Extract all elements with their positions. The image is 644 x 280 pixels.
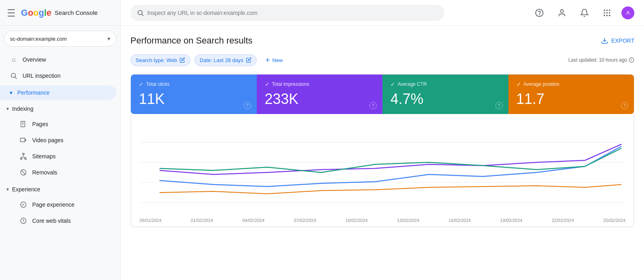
svg-point-30: [606, 15, 608, 16]
search-bar[interactable]: [130, 5, 444, 21]
sidebar-item-url-inspection[interactable]: URL inspection: [0, 68, 116, 84]
sidebar-title: Search Console: [55, 9, 98, 16]
clicks-label: Total clicks: [146, 81, 169, 87]
last-updated-text: Last updated: 10 hours ago: [568, 57, 627, 63]
account-button[interactable]: [554, 5, 570, 21]
clicks-label-row: ✓ Total clicks: [139, 81, 249, 87]
metric-card-clicks[interactable]: ✓ Total clicks 11K ?: [131, 75, 257, 114]
experience-section: ▾ Experience Page experience Core web vi…: [0, 182, 120, 229]
page-content: Performance on Search results EXPORT Sea…: [121, 26, 644, 280]
notifications-button[interactable]: [576, 5, 592, 21]
chart-container: 29/01/2024 01/02/2024 04/02/2024 07/02/2…: [131, 114, 634, 227]
home-icon: ⌂: [10, 56, 18, 64]
sidebar: Google Search Console sc-domain:example.…: [0, 0, 121, 280]
position-label-row: ✓ Average position: [516, 81, 626, 87]
add-filter-button[interactable]: New: [261, 54, 287, 66]
sidebar-item-overview[interactable]: ⌂ Overview: [0, 52, 116, 68]
x-label-9: 25/02/2024: [603, 218, 625, 223]
x-label-7: 19/02/2024: [500, 218, 522, 223]
ctr-help-icon[interactable]: ?: [495, 102, 503, 109]
indexing-header[interactable]: ▾ Indexing: [0, 102, 120, 116]
experience-label: Experience: [12, 186, 40, 193]
page-header: Performance on Search results EXPORT: [130, 35, 634, 46]
search-type-filter[interactable]: Search type: Web: [130, 54, 190, 66]
add-icon: [264, 57, 271, 63]
sidebar-item-removals[interactable]: Removals: [0, 164, 116, 180]
svg-point-26: [604, 12, 605, 14]
search-type-label: Search type: Web: [136, 57, 177, 63]
export-icon: [601, 37, 608, 44]
last-updated: Last updated: 10 hours ago: [568, 57, 634, 63]
core-web-vitals-icon: [19, 217, 27, 225]
sidebar-item-core-web-vitals[interactable]: Core web vitals: [0, 213, 116, 229]
x-label-2: 04/02/2024: [242, 218, 264, 223]
performance-label: Performance: [17, 89, 50, 96]
performance-chart[interactable]: [139, 122, 625, 215]
x-label-6: 16/02/2024: [449, 218, 471, 223]
metrics-row: ✓ Total clicks 11K ? ✓ Total impressions…: [131, 75, 634, 114]
x-label-5: 13/02/2024: [397, 218, 419, 223]
property-selector[interactable]: sc-domain:example.com ▾: [4, 31, 116, 47]
search-icon: [137, 9, 144, 17]
metric-card-impressions[interactable]: ✓ Total impressions 233K ?: [257, 75, 383, 114]
x-axis: 29/01/2024 01/02/2024 04/02/2024 07/02/2…: [139, 216, 625, 224]
clicks-check-icon: ✓: [139, 81, 144, 87]
ctr-check-icon: ✓: [390, 81, 395, 87]
collapse-icon: ▾: [10, 89, 12, 96]
metric-card-position[interactable]: ✓ Average position 11.7 ?: [508, 75, 634, 114]
help-button[interactable]: [531, 5, 547, 21]
edit-search-icon: [180, 57, 185, 63]
position-check-icon: ✓: [516, 81, 521, 87]
page-experience-icon: [19, 201, 27, 209]
impressions-value: 233K: [265, 91, 375, 108]
sidebar-item-pages[interactable]: Pages: [0, 116, 116, 132]
x-label-8: 22/02/2024: [552, 218, 574, 223]
impressions-help-icon[interactable]: ?: [369, 102, 377, 109]
sidebar-item-performance[interactable]: ▾ Performance: [0, 85, 116, 100]
svg-line-15: [21, 170, 26, 175]
svg-point-28: [609, 12, 611, 14]
avatar[interactable]: A: [621, 6, 634, 19]
video-pages-icon: [19, 136, 27, 144]
performance-section: ▾ Performance: [0, 85, 120, 100]
svg-point-31: [609, 15, 611, 16]
google-logo: Google: [21, 8, 52, 18]
pages-label: Pages: [32, 121, 48, 127]
expand-icon: ▾: [6, 106, 9, 112]
svg-rect-9: [25, 158, 27, 160]
export-button[interactable]: EXPORT: [601, 37, 634, 44]
experience-expand-icon: ▾: [6, 187, 9, 192]
impressions-check-icon: ✓: [265, 81, 270, 87]
clicks-help-icon[interactable]: ?: [244, 102, 251, 109]
help-icon: [535, 8, 544, 17]
sidebar-item-sitemaps[interactable]: Sitemaps: [0, 148, 116, 164]
position-help-icon[interactable]: ?: [621, 102, 628, 109]
page-title: Performance on Search results: [130, 35, 252, 46]
overview-label: Overview: [23, 56, 46, 63]
hamburger-icon[interactable]: [6, 8, 16, 18]
filter-bar: Search type: Web Date: Last 28 days New …: [130, 54, 634, 66]
sidebar-item-page-experience[interactable]: Page experience: [0, 197, 116, 213]
search-input[interactable]: [147, 10, 438, 16]
core-web-vitals-label: Core web vitals: [32, 218, 71, 224]
metrics-chart-wrapper: ✓ Total clicks 11K ? ✓ Total impressions…: [130, 74, 634, 227]
top-bar: A: [121, 0, 644, 26]
notifications-icon: [580, 8, 589, 17]
export-label: EXPORT: [611, 37, 634, 44]
removals-label: Removals: [32, 169, 57, 176]
add-new-label: New: [272, 57, 283, 63]
svg-point-23: [604, 9, 605, 11]
property-name: sc-domain:example.com: [10, 36, 67, 42]
apps-button[interactable]: [599, 5, 615, 21]
experience-header[interactable]: ▾ Experience: [0, 182, 120, 197]
account-icon: [557, 8, 566, 17]
top-bar-actions: A: [531, 5, 634, 21]
clicks-value: 11K: [139, 91, 249, 108]
sidebar-item-video-pages[interactable]: Video pages: [0, 132, 116, 148]
metric-card-ctr[interactable]: ✓ Average CTR 4.7% ?: [382, 75, 508, 114]
page-experience-label: Page experience: [32, 201, 74, 208]
last-updated-info-icon: [629, 57, 634, 63]
impressions-label-row: ✓ Total impressions: [265, 81, 375, 87]
svg-point-25: [609, 9, 611, 11]
date-filter[interactable]: Date: Last 28 days: [194, 54, 256, 66]
